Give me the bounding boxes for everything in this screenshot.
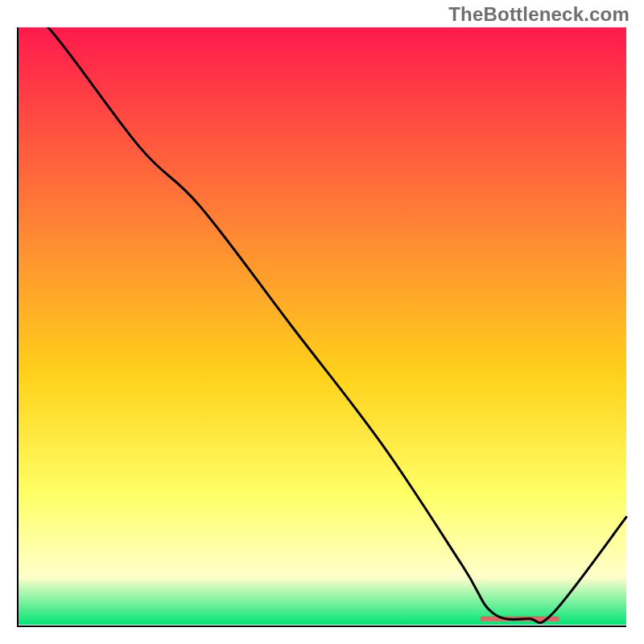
plot-svg	[16, 27, 628, 628]
plot-background	[18, 27, 626, 625]
plot-area	[16, 27, 628, 628]
chart-stage: TheBottleneck.com	[0, 0, 644, 644]
watermark-text: TheBottleneck.com	[448, 3, 630, 26]
